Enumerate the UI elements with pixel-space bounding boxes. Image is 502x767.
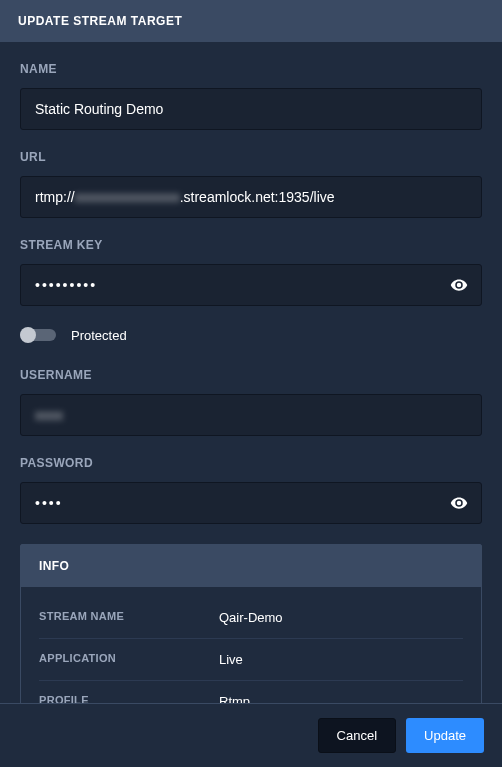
- stream-key-label: STREAM KEY: [20, 238, 482, 252]
- table-row: STREAM NAME Qair-Demo: [39, 597, 463, 639]
- table-row: APPLICATION Live: [39, 639, 463, 681]
- info-table: STREAM NAME Qair-Demo APPLICATION Live P…: [21, 587, 481, 704]
- password-value: ••••: [35, 495, 63, 511]
- info-value-application: Live: [219, 652, 463, 667]
- modal-title: UPDATE STREAM TARGET: [18, 14, 182, 28]
- url-input[interactable]: rtmp:// xxxxxxxxxxxxxxx .streamlock.net:…: [20, 176, 482, 218]
- update-button[interactable]: Update: [406, 718, 484, 753]
- info-key-profile: PROFILE: [39, 694, 219, 704]
- url-field-group: URL rtmp:// xxxxxxxxxxxxxxx .streamlock.…: [20, 150, 482, 218]
- name-input[interactable]: [20, 88, 482, 130]
- url-obscured: xxxxxxxxxxxxxxx: [75, 189, 180, 205]
- info-value-stream-name: Qair-Demo: [219, 610, 463, 625]
- info-panel: INFO STREAM NAME Qair-Demo APPLICATION L…: [20, 544, 482, 704]
- info-key-application: APPLICATION: [39, 652, 219, 667]
- url-suffix: .streamlock.net:1935/live: [180, 189, 335, 205]
- modal-header: UPDATE STREAM TARGET: [0, 0, 502, 42]
- password-label: PASSWORD: [20, 456, 482, 470]
- protected-toggle[interactable]: [20, 326, 56, 344]
- name-label: NAME: [20, 62, 482, 76]
- info-key-stream-name: STREAM NAME: [39, 610, 219, 625]
- stream-key-input[interactable]: •••••••••: [20, 264, 482, 306]
- table-row: PROFILE Rtmp: [39, 681, 463, 704]
- protected-label: Protected: [71, 328, 127, 343]
- update-stream-target-modal: UPDATE STREAM TARGET NAME URL rtmp:// xx…: [0, 0, 502, 767]
- protected-row: Protected: [20, 326, 482, 344]
- stream-key-field-group: STREAM KEY •••••••••: [20, 238, 482, 306]
- username-label: USERNAME: [20, 368, 482, 382]
- modal-body: NAME URL rtmp:// xxxxxxxxxxxxxxx .stream…: [0, 42, 502, 704]
- password-input[interactable]: ••••: [20, 482, 482, 524]
- eye-icon[interactable]: [450, 276, 468, 294]
- username-input[interactable]: xxxx: [20, 394, 482, 436]
- stream-key-value: •••••••••: [35, 277, 97, 293]
- toggle-knob: [20, 327, 36, 343]
- name-field-group: NAME: [20, 62, 482, 130]
- url-prefix: rtmp://: [35, 189, 75, 205]
- info-value-profile: Rtmp: [219, 694, 463, 704]
- info-header: INFO: [21, 545, 481, 587]
- cancel-button[interactable]: Cancel: [318, 718, 396, 753]
- modal-footer: Cancel Update: [0, 704, 502, 767]
- eye-icon[interactable]: [450, 494, 468, 512]
- username-value: xxxx: [35, 407, 63, 423]
- username-field-group: USERNAME xxxx: [20, 368, 482, 436]
- url-label: URL: [20, 150, 482, 164]
- password-field-group: PASSWORD ••••: [20, 456, 482, 524]
